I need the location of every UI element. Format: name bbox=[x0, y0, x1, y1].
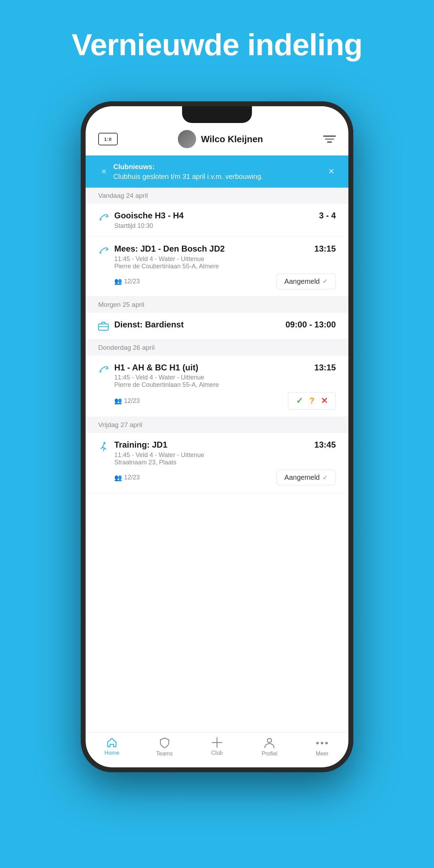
user-info: Wilco Kleijnen bbox=[118, 130, 323, 148]
people-icon: 👥 bbox=[114, 397, 122, 405]
respond-maybe[interactable]: ? bbox=[309, 396, 314, 406]
match-score: 3 - 4 bbox=[319, 211, 336, 220]
match-count: 👥 12/23 bbox=[114, 474, 140, 482]
people-icon: 👥 bbox=[114, 277, 122, 285]
svg-point-0 bbox=[100, 219, 101, 220]
match-info: Training: JD1 13:45 11:45 - Veld 4 - Wat… bbox=[114, 440, 336, 485]
bottom-nav: Home Teams Club bbox=[86, 732, 348, 767]
match-details: 11:45 - Veld 4 - Water - Uittenue bbox=[114, 374, 336, 381]
phone-mockup: 1:0 Wilco Kleijnen ✕ Clubnie bbox=[81, 101, 353, 772]
news-close-button[interactable]: ✕ bbox=[328, 167, 334, 176]
phone-screen: 1:0 Wilco Kleijnen ✕ Clubnie bbox=[86, 106, 348, 767]
svg-point-1 bbox=[100, 252, 101, 254]
match-address: Pierre de Coubertinlaan 55-A, Almere bbox=[114, 381, 336, 389]
news-dismiss-icon[interactable]: ✕ bbox=[101, 167, 107, 176]
respond-yes[interactable]: ✓ bbox=[296, 396, 303, 406]
filter-line-1 bbox=[323, 136, 336, 137]
news-banner: ✕ Clubnieuws: Clubhuis gesloten t/m 31 a… bbox=[86, 155, 348, 188]
svg-point-8 bbox=[267, 738, 272, 743]
match-title: H1 - AH & BC H1 (uit) bbox=[114, 363, 198, 373]
filter-line-3 bbox=[327, 142, 332, 143]
match-count: 👥 12/23 bbox=[114, 277, 140, 285]
news-message: Clubhuis gesloten t/m 31 april i.v.m. ve… bbox=[113, 173, 263, 180]
service-item: Dienst: Bardienst 09:00 - 13:00 bbox=[86, 313, 348, 340]
score-icon[interactable]: 1:0 bbox=[98, 133, 118, 145]
section-header-today: Vandaag 24 april bbox=[86, 188, 348, 204]
news-text: Clubnieuws: Clubhuis gesloten t/m 31 apr… bbox=[113, 162, 323, 181]
people-icon: 👥 bbox=[114, 474, 122, 482]
filter-line-2 bbox=[325, 139, 334, 140]
svg-point-5 bbox=[103, 442, 106, 444]
match-info: Mees: JD1 - Den Bosch JD2 13:15 11:45 - … bbox=[114, 244, 336, 289]
match-title: Gooische H3 - H4 bbox=[114, 211, 184, 221]
match-info: H1 - AH & BC H1 (uit) 13:15 11:45 - Veld… bbox=[114, 363, 336, 410]
section-header-thursday: Donderdag 26 april bbox=[86, 340, 348, 356]
filter-button[interactable] bbox=[323, 134, 336, 144]
run-icon bbox=[98, 441, 109, 453]
hockey-icon bbox=[98, 364, 109, 376]
match-sub: Starttijd 10:30 bbox=[114, 222, 336, 230]
nav-home[interactable]: Home bbox=[86, 737, 138, 757]
nav-meer-label: Meer bbox=[316, 751, 328, 757]
training-address: Straatnaam 23, Plaats bbox=[114, 459, 336, 466]
nav-meer[interactable]: Meer bbox=[296, 737, 348, 757]
section-header-friday: Vrijdag 27 april bbox=[86, 417, 348, 433]
scroll-content[interactable]: Vandaag 24 april Go bbox=[86, 188, 348, 732]
nav-profiel-label: Profiel bbox=[262, 751, 277, 757]
match-info: Gooische H3 - H4 3 - 4 Starttijd 10:30 bbox=[114, 211, 336, 230]
aangemeld-button[interactable]: Aangemeld ✓ bbox=[276, 274, 336, 289]
user-name: Wilco Kleijnen bbox=[201, 134, 263, 145]
match-item: Mees: JD1 - Den Bosch JD2 13:15 11:45 - … bbox=[86, 237, 348, 297]
section-header-tomorrow: Morgen 25 april bbox=[86, 297, 348, 313]
svg-point-4 bbox=[100, 371, 101, 372]
page-headline: Vernieuwde indeling bbox=[0, 0, 434, 62]
nav-club-label: Club bbox=[211, 750, 223, 756]
nav-teams[interactable]: Teams bbox=[138, 737, 190, 757]
service-title: Dienst: Bardienst bbox=[114, 320, 184, 330]
nav-home-label: Home bbox=[104, 750, 120, 756]
match-count: 👥 12/23 bbox=[114, 397, 140, 405]
news-title: Clubnieuws: bbox=[113, 163, 155, 171]
nav-profiel[interactable]: Profiel bbox=[243, 737, 296, 757]
match-info: Dienst: Bardienst 09:00 - 13:00 bbox=[114, 320, 336, 330]
hockey-icon bbox=[98, 212, 109, 224]
briefcase-icon bbox=[98, 321, 109, 332]
respond-no[interactable]: ✕ bbox=[321, 396, 328, 406]
training-details: 11:45 - Veld 4 - Water - Uittenue bbox=[114, 451, 336, 459]
match-item: H1 - AH & BC H1 (uit) 13:15 11:45 - Veld… bbox=[86, 356, 348, 417]
match-item: Gooische H3 - H4 3 - 4 Starttijd 10:30 bbox=[86, 204, 348, 237]
match-address: Pierre de Coubertinlaan 55-A, Almere bbox=[114, 263, 336, 270]
match-time: 13:15 bbox=[314, 244, 336, 254]
app-content: 1:0 Wilco Kleijnen ✕ Clubnie bbox=[86, 106, 348, 767]
respond-buttons[interactable]: ✓ ? ✕ bbox=[288, 392, 336, 410]
match-time: 13:15 bbox=[314, 363, 336, 372]
match-title: Mees: JD1 - Den Bosch JD2 bbox=[114, 244, 225, 254]
avatar bbox=[178, 130, 196, 148]
nav-teams-label: Teams bbox=[156, 751, 173, 757]
hockey-icon bbox=[98, 245, 109, 257]
service-time: 09:00 - 13:00 bbox=[285, 320, 336, 330]
match-details: 11:45 - Veld 4 - Water - Uittenue bbox=[114, 255, 336, 263]
nav-club[interactable]: Club bbox=[191, 737, 243, 757]
aangemeld-button[interactable]: Aangemeld ✓ bbox=[276, 470, 336, 485]
training-item: Training: JD1 13:45 11:45 - Veld 4 - Wat… bbox=[86, 433, 348, 493]
phone-notch bbox=[182, 106, 252, 123]
training-title: Training: JD1 bbox=[114, 440, 167, 450]
training-time: 13:45 bbox=[314, 440, 336, 450]
